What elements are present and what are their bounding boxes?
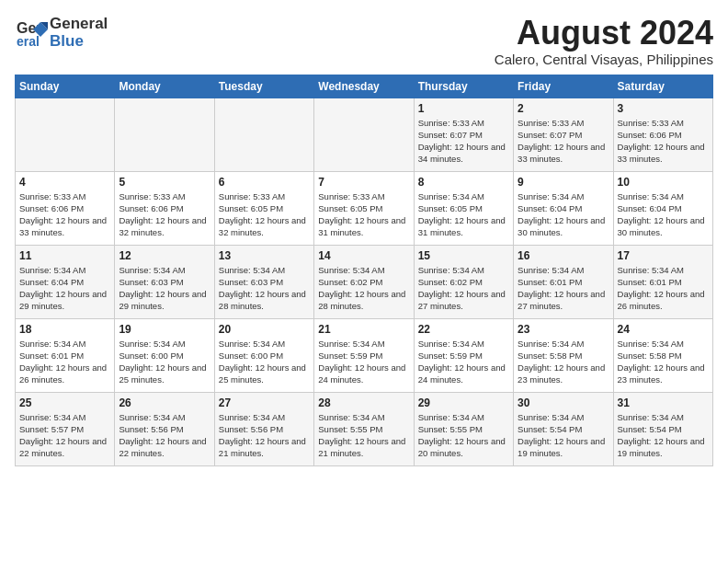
day-number: 6 [219,176,310,189]
calendar-cell: 18Sunrise: 5:34 AMSunset: 6:01 PMDayligh… [16,318,115,392]
weekday-header-wednesday: Wednesday [314,75,414,98]
day-number: 20 [219,323,310,336]
page-header: Gen eral General Blue August 2024 Calero… [15,15,713,67]
calendar-week-4: 18Sunrise: 5:34 AMSunset: 6:01 PMDayligh… [16,318,713,392]
day-info: Sunrise: 5:34 AMSunset: 5:57 PMDaylight:… [19,411,110,460]
day-info: Sunrise: 5:34 AMSunset: 5:55 PMDaylight:… [318,411,409,460]
day-info: Sunrise: 5:34 AMSunset: 5:56 PMDaylight:… [219,411,310,460]
day-info: Sunrise: 5:34 AMSunset: 5:55 PMDaylight:… [418,411,509,460]
calendar-cell: 8Sunrise: 5:34 AMSunset: 6:05 PMDaylight… [414,171,513,245]
day-number: 21 [318,323,409,336]
title-block: August 2024 Calero, Central Visayas, Phi… [495,15,713,67]
day-info: Sunrise: 5:34 AMSunset: 6:01 PMDaylight:… [19,338,110,386]
day-info: Sunrise: 5:34 AMSunset: 6:04 PMDaylight:… [618,190,709,239]
day-info: Sunrise: 5:34 AMSunset: 6:03 PMDaylight:… [119,264,210,313]
day-number: 24 [618,323,709,336]
calendar-cell: 7Sunrise: 5:33 AMSunset: 6:05 PMDaylight… [314,171,414,245]
weekday-header-friday: Friday [514,75,613,98]
day-number: 4 [19,176,110,189]
day-info: Sunrise: 5:34 AMSunset: 6:00 PMDaylight:… [219,338,310,386]
calendar-cell: 26Sunrise: 5:34 AMSunset: 5:56 PMDayligh… [115,392,214,465]
day-number: 1 [418,102,509,115]
day-number: 14 [318,249,409,262]
day-number: 23 [518,323,609,336]
day-number: 9 [518,176,609,189]
calendar-cell: 6Sunrise: 5:33 AMSunset: 6:05 PMDaylight… [214,171,313,245]
calendar-cell: 25Sunrise: 5:34 AMSunset: 5:57 PMDayligh… [16,392,115,465]
calendar-cell: 22Sunrise: 5:34 AMSunset: 5:59 PMDayligh… [414,318,513,392]
calendar-week-2: 4Sunrise: 5:33 AMSunset: 6:06 PMDaylight… [16,171,713,245]
calendar-cell: 16Sunrise: 5:34 AMSunset: 6:01 PMDayligh… [514,245,613,318]
calendar-cell: 28Sunrise: 5:34 AMSunset: 5:55 PMDayligh… [314,392,414,465]
calendar-title: August 2024 [495,15,713,52]
day-number: 7 [318,176,409,189]
day-number: 2 [518,102,609,115]
day-info: Sunrise: 5:33 AMSunset: 6:05 PMDaylight:… [219,190,310,239]
day-number: 26 [119,396,210,409]
calendar-cell [314,98,414,171]
day-info: Sunrise: 5:34 AMSunset: 6:00 PMDaylight:… [119,338,210,386]
day-info: Sunrise: 5:34 AMSunset: 6:04 PMDaylight:… [19,264,110,313]
day-info: Sunrise: 5:34 AMSunset: 5:54 PMDaylight:… [618,411,709,460]
day-info: Sunrise: 5:34 AMSunset: 6:02 PMDaylight:… [318,264,409,313]
calendar-cell: 30Sunrise: 5:34 AMSunset: 5:54 PMDayligh… [514,392,613,465]
day-number: 10 [618,176,709,189]
day-info: Sunrise: 5:33 AMSunset: 6:06 PMDaylight:… [19,190,110,239]
day-number: 28 [318,396,409,409]
calendar-cell: 31Sunrise: 5:34 AMSunset: 5:54 PMDayligh… [613,392,712,465]
calendar-cell: 3Sunrise: 5:33 AMSunset: 6:06 PMDaylight… [613,98,712,171]
day-number: 8 [418,176,509,189]
calendar-cell: 1Sunrise: 5:33 AMSunset: 6:07 PMDaylight… [414,98,513,171]
day-number: 19 [119,323,210,336]
day-number: 16 [518,249,609,262]
day-number: 11 [19,249,110,262]
day-info: Sunrise: 5:33 AMSunset: 6:05 PMDaylight:… [318,190,409,239]
weekday-header-row: SundayMondayTuesdayWednesdayThursdayFrid… [16,75,713,98]
day-number: 3 [618,102,709,115]
calendar-cell: 29Sunrise: 5:34 AMSunset: 5:55 PMDayligh… [414,392,513,465]
calendar-cell: 2Sunrise: 5:33 AMSunset: 6:07 PMDaylight… [514,98,613,171]
calendar-cell [115,98,214,171]
calendar-cell: 23Sunrise: 5:34 AMSunset: 5:58 PMDayligh… [514,318,613,392]
day-number: 12 [119,249,210,262]
day-info: Sunrise: 5:33 AMSunset: 6:06 PMDaylight:… [618,117,709,166]
day-info: Sunrise: 5:33 AMSunset: 6:07 PMDaylight:… [518,117,609,166]
calendar-cell: 15Sunrise: 5:34 AMSunset: 6:02 PMDayligh… [414,245,513,318]
day-info: Sunrise: 5:34 AMSunset: 5:58 PMDaylight:… [518,338,609,386]
calendar-cell: 10Sunrise: 5:34 AMSunset: 6:04 PMDayligh… [613,171,712,245]
calendar-cell [214,98,313,171]
day-number: 17 [618,249,709,262]
calendar-week-3: 11Sunrise: 5:34 AMSunset: 6:04 PMDayligh… [16,245,713,318]
calendar-cell: 12Sunrise: 5:34 AMSunset: 6:03 PMDayligh… [115,245,214,318]
calendar-table: SundayMondayTuesdayWednesdayThursdayFrid… [15,75,713,466]
day-number: 25 [19,396,110,409]
day-info: Sunrise: 5:34 AMSunset: 5:59 PMDaylight:… [418,338,509,386]
day-number: 29 [418,396,509,409]
calendar-location: Calero, Central Visayas, Philippines [495,52,713,67]
calendar-cell: 21Sunrise: 5:34 AMSunset: 5:59 PMDayligh… [314,318,414,392]
weekday-header-saturday: Saturday [613,75,712,98]
day-number: 22 [418,323,509,336]
day-info: Sunrise: 5:34 AMSunset: 6:02 PMDaylight:… [418,264,509,313]
day-info: Sunrise: 5:34 AMSunset: 6:04 PMDaylight:… [518,190,609,239]
weekday-header-monday: Monday [115,75,214,98]
day-info: Sunrise: 5:34 AMSunset: 6:01 PMDaylight:… [618,264,709,313]
calendar-cell: 5Sunrise: 5:33 AMSunset: 6:06 PMDaylight… [115,171,214,245]
weekday-header-tuesday: Tuesday [214,75,313,98]
svg-text:eral: eral [17,34,40,48]
day-info: Sunrise: 5:34 AMSunset: 5:56 PMDaylight:… [119,411,210,460]
day-info: Sunrise: 5:34 AMSunset: 6:03 PMDaylight:… [219,264,310,313]
day-info: Sunrise: 5:34 AMSunset: 5:58 PMDaylight:… [618,338,709,386]
calendar-cell: 20Sunrise: 5:34 AMSunset: 6:00 PMDayligh… [214,318,313,392]
day-number: 15 [418,249,509,262]
logo-general-text: General [50,16,108,33]
calendar-week-5: 25Sunrise: 5:34 AMSunset: 5:57 PMDayligh… [16,392,713,465]
day-info: Sunrise: 5:34 AMSunset: 5:59 PMDaylight:… [318,338,409,386]
day-info: Sunrise: 5:34 AMSunset: 6:05 PMDaylight:… [418,190,509,239]
day-info: Sunrise: 5:34 AMSunset: 5:54 PMDaylight:… [518,411,609,460]
calendar-cell [16,98,115,171]
calendar-week-1: 1Sunrise: 5:33 AMSunset: 6:07 PMDaylight… [16,98,713,171]
calendar-cell: 19Sunrise: 5:34 AMSunset: 6:00 PMDayligh… [115,318,214,392]
day-number: 31 [618,396,709,409]
calendar-cell: 13Sunrise: 5:34 AMSunset: 6:03 PMDayligh… [214,245,313,318]
